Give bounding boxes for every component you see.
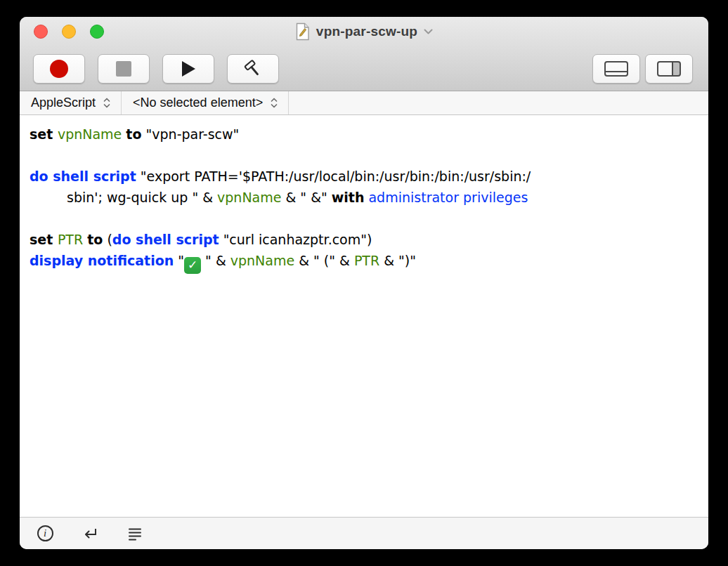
compile-button[interactable] — [227, 54, 279, 84]
code-token: vpnName — [230, 253, 294, 268]
navigation-bar: AppleScript <No selected element> — [20, 91, 708, 115]
code-line: set vpnName to "vpn-par-scw" — [30, 124, 694, 145]
stop-button[interactable] — [98, 54, 150, 84]
log-button[interactable] — [124, 523, 145, 544]
info-glyph: i — [44, 527, 46, 539]
code-token: "curl icanhazptr.com") — [219, 232, 372, 247]
traffic-lights — [34, 17, 104, 46]
code-token: & " (" & — [294, 253, 354, 268]
info-icon: i — [37, 525, 53, 541]
stop-icon — [116, 61, 131, 77]
document-proxy[interactable]: vpn-par-scw-up — [295, 22, 433, 41]
sidebar-icon — [656, 59, 682, 79]
element-popup[interactable]: <No selected element> — [122, 91, 288, 114]
toolbar-right-group — [592, 54, 693, 84]
code-token: & ")" — [379, 253, 416, 268]
navbar-divider — [288, 91, 289, 114]
script-editor-window: vpn-par-scw-up — [20, 17, 708, 549]
code-token: vpnName — [58, 126, 122, 142]
element-popup-label: <No selected element> — [133, 96, 263, 110]
window-title: vpn-par-scw-up — [316, 24, 417, 39]
code-token: " & — [201, 253, 230, 268]
run-button[interactable] — [162, 54, 214, 84]
bottom-bar-icon — [603, 59, 630, 79]
code-token: set — [30, 232, 58, 247]
code-token: do shell script — [112, 232, 219, 247]
language-popup-label: AppleScript — [31, 96, 96, 110]
code-token: "export PATH='$PATH:/usr/local/bin:/usr/… — [136, 169, 531, 184]
code-token: administrator privileges — [368, 190, 528, 205]
close-button[interactable] — [34, 25, 48, 39]
window-titlebar: vpn-par-scw-up — [20, 17, 708, 46]
code-line-wrapped: sbin'; wg-quick up " & vpnName & " &" wi… — [30, 187, 694, 208]
code-token: " — [174, 253, 184, 268]
toggle-bottom-bar-button[interactable] — [592, 54, 640, 84]
toggle-sidebar-button[interactable] — [645, 54, 693, 84]
code-token: to — [126, 126, 141, 142]
toolbar-left-group — [33, 54, 279, 84]
code-token: display notification — [30, 253, 174, 268]
language-popup[interactable]: AppleScript — [20, 91, 121, 114]
run-icon — [180, 60, 197, 78]
code-line: set PTR to (do shell script "curl icanha… — [30, 229, 694, 250]
title-chevron-icon[interactable] — [424, 29, 433, 35]
code-token: to — [87, 232, 103, 247]
code-token: with — [332, 190, 365, 205]
toolbar — [20, 46, 708, 91]
record-icon — [50, 60, 68, 78]
code-blank-line — [30, 145, 694, 166]
check-mark-emoji: ✓ — [184, 257, 201, 274]
zoom-button[interactable] — [90, 25, 104, 39]
code-line: do shell script "export PATH='$PATH:/usr… — [30, 166, 694, 187]
code-token: ( — [103, 232, 112, 247]
minimize-button[interactable] — [62, 25, 76, 39]
code-token: vpnName — [217, 190, 281, 205]
code-token: PTR — [58, 232, 83, 247]
result-button[interactable] — [79, 523, 100, 544]
code-token: set — [30, 126, 58, 142]
popup-chevrons-icon — [103, 97, 110, 109]
bottom-bar: i — [20, 517, 708, 549]
code-line: display notification "✓ " & vpnName & " … — [30, 250, 694, 274]
code-blank-line — [30, 208, 694, 229]
code-token: do shell script — [30, 169, 136, 184]
document-icon — [295, 22, 310, 41]
code-token: sbin'; wg-quick up " & — [67, 190, 217, 205]
code-token: & " &" — [281, 190, 331, 205]
hammer-icon — [242, 58, 264, 79]
description-button[interactable]: i — [34, 523, 56, 544]
return-icon — [81, 525, 99, 542]
popup-chevrons-icon — [271, 97, 278, 109]
record-button[interactable] — [33, 54, 85, 84]
code-token: PTR — [354, 253, 379, 268]
log-icon — [126, 525, 143, 542]
code-editor[interactable]: set vpnName to "vpn-par-scw" do shell sc… — [20, 115, 708, 517]
code-token: "vpn-par-scw" — [142, 126, 240, 142]
